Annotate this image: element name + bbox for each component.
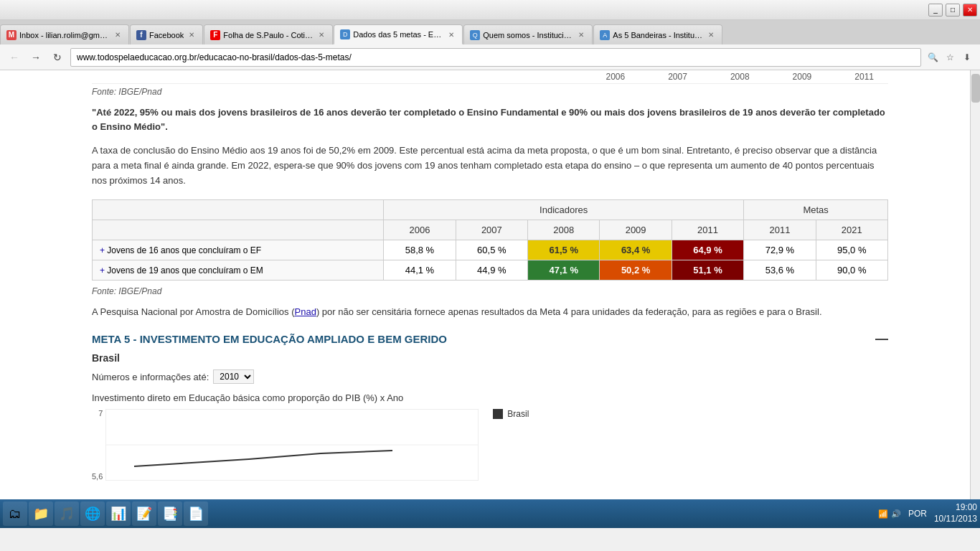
word-icon: 📝 bbox=[136, 506, 152, 522]
address-input[interactable] bbox=[70, 48, 921, 67]
ef-expand-link[interactable]: + bbox=[100, 245, 105, 255]
maximize-button[interactable]: □ bbox=[946, 4, 960, 17]
close-button[interactable]: ✕ bbox=[963, 4, 977, 17]
ef-meta-2021: 95,0 % bbox=[816, 240, 887, 260]
tab-facebook-label: Facebook bbox=[149, 31, 184, 39]
tab-folha-close[interactable]: ✕ bbox=[316, 30, 326, 40]
table-row-ef: + Jovens de 16 anos que concluíram o EF … bbox=[93, 240, 888, 260]
year-2007: 2007 bbox=[668, 72, 687, 82]
meta5-filter-label: Números e informações até: bbox=[92, 372, 209, 382]
tab-gmail[interactable]: M Inbox - lilian.rolim@gmai... ✕ bbox=[0, 24, 129, 44]
reload-button[interactable]: ↻ bbox=[49, 49, 66, 66]
files-icon: 🗂 bbox=[9, 507, 22, 522]
tab-quem-label: Quem somos - Institucio... bbox=[483, 31, 573, 39]
em-expand-link[interactable]: + bbox=[100, 265, 105, 276]
meta5-filter: Números e informações até: 2010 bbox=[92, 369, 888, 384]
tab-folha-label: Folha de S.Paulo - Cotidi... bbox=[223, 31, 314, 39]
taskbar-tray: 📶 🔊 POR 19:00 10/11/2013 bbox=[878, 502, 977, 524]
taskbar-folder-button[interactable]: 📁 bbox=[29, 501, 53, 526]
title-bar: _ □ ✕ bbox=[0, 0, 980, 20]
tab-facebook-close[interactable]: ✕ bbox=[187, 30, 197, 40]
taskbar-spreadsheet-button[interactable]: 📊 bbox=[106, 501, 131, 526]
taskbar-music-button[interactable]: 🎵 bbox=[55, 501, 79, 526]
em-2007: 44,9 % bbox=[456, 260, 527, 281]
table-col-2009: 2009 bbox=[600, 220, 672, 240]
system-clock: 19:00 10/11/2013 bbox=[934, 502, 977, 524]
chart-legend: Brasil bbox=[493, 409, 529, 422]
tab-facebook[interactable]: f Facebook ✕ bbox=[130, 24, 203, 44]
content-inner: 2006 2007 2008 2009 2011 Fonte: IBGE/Pna… bbox=[77, 70, 903, 495]
tab-folha[interactable]: F Folha de S.Paulo - Cotidi... ✕ bbox=[204, 24, 333, 44]
clock-time: 19:00 bbox=[934, 502, 977, 514]
scrollbar[interactable] bbox=[970, 70, 980, 499]
presentation-icon: 📑 bbox=[162, 506, 178, 522]
tab-quem[interactable]: Q Quem somos - Institucio... ✕ bbox=[463, 24, 593, 44]
scrollbar-thumb[interactable] bbox=[971, 74, 980, 103]
tab-gmail-close[interactable]: ✕ bbox=[113, 30, 123, 40]
ef-2011: 64,9 % bbox=[672, 240, 743, 260]
body-text: A taxa de conclusão do Ensino Médio aos … bbox=[92, 143, 888, 188]
folder-icon: 📁 bbox=[33, 506, 49, 522]
taskbar-pdf-button[interactable]: 📄 bbox=[184, 501, 208, 526]
bookmark-icon[interactable]: ☆ bbox=[943, 50, 957, 65]
quote-text: "Até 2022, 95% ou mais dos jovens brasil… bbox=[92, 105, 888, 133]
ef-2009: 63,4 % bbox=[600, 240, 672, 260]
taskbar-chrome-button[interactable]: 🌐 bbox=[80, 501, 105, 526]
chart-title: Investimento direto em Educação básica c… bbox=[92, 392, 888, 403]
taskbar-word-button[interactable]: 📝 bbox=[132, 501, 156, 526]
meta5-header: META 5 - INVESTIMENTO EM EDUCAÇÃO AMPLIA… bbox=[92, 331, 888, 347]
minimize-button[interactable]: _ bbox=[928, 4, 943, 17]
tab-bandeiras-close[interactable]: ✕ bbox=[706, 30, 716, 40]
tray-icons: 📶 🔊 bbox=[878, 509, 901, 519]
language-indicator[interactable]: POR bbox=[905, 507, 930, 520]
download-icon[interactable]: ⬇ bbox=[960, 50, 974, 65]
taskbar: 🗂 📁 🎵 🌐 📊 📝 📑 📄 📶 🔊 POR bbox=[0, 499, 980, 528]
table-col-2007: 2007 bbox=[456, 220, 527, 240]
em-2008: 47,1 % bbox=[528, 260, 600, 281]
year-2008: 2008 bbox=[730, 72, 750, 82]
meta5-collapse[interactable]: — bbox=[875, 331, 888, 347]
tab-bar: M Inbox - lilian.rolim@gmai... ✕ f Faceb… bbox=[0, 20, 980, 44]
music-icon: 🎵 bbox=[59, 506, 75, 522]
back-button[interactable]: ← bbox=[6, 49, 23, 66]
y-label-56: 5,6 bbox=[92, 472, 103, 481]
em-2006: 44,1 % bbox=[384, 260, 456, 281]
title-bar-right: _ □ ✕ bbox=[928, 4, 977, 17]
meta5-year-select[interactable]: 2010 bbox=[213, 369, 254, 384]
em-meta-2011: 53,6 % bbox=[744, 260, 816, 281]
folha-icon: F bbox=[210, 30, 220, 40]
table-meta-2021: 2021 bbox=[816, 220, 887, 240]
pnad-note: A Pesquisa Nacional por Amostra de Domic… bbox=[92, 305, 888, 320]
ef-2008: 61,5 % bbox=[528, 240, 600, 260]
network-icon: 📶 bbox=[878, 509, 888, 519]
search-icon[interactable]: 🔍 bbox=[925, 50, 940, 65]
tab-quem-close[interactable]: ✕ bbox=[576, 30, 586, 40]
forward-button[interactable]: → bbox=[27, 49, 44, 66]
tab-dados-close[interactable]: ✕ bbox=[446, 29, 456, 39]
data-table: Indicadores Metas 2006 2007 2008 2009 20… bbox=[92, 199, 888, 281]
fonte-ibge: Fonte: IBGE/Pnad bbox=[92, 87, 888, 97]
pnad-link[interactable]: Pnad bbox=[295, 306, 316, 317]
legend-brasil-label: Brasil bbox=[507, 409, 529, 419]
row-ef-label: + Jovens de 16 anos que concluíram o EF bbox=[93, 240, 384, 260]
chart-area: Investimento direto em Educação básica c… bbox=[92, 392, 888, 481]
facebook-icon: f bbox=[136, 30, 146, 40]
taskbar-presentation-button[interactable]: 📑 bbox=[158, 501, 182, 526]
row-em-label: + Jovens de 19 anos que concluíram o EM bbox=[93, 260, 384, 281]
table-col-2006: 2006 bbox=[384, 220, 456, 240]
tab-dados[interactable]: D Dados das 5 metas - Educ... ✕ bbox=[334, 24, 463, 44]
address-bar: ← → ↻ 🔍 ☆ ⬇ bbox=[0, 44, 980, 70]
tab-bandeiras[interactable]: A As 5 Bandeiras - Instituc... ✕ bbox=[593, 24, 722, 44]
chart-container: 7 5,6 Brasi bbox=[92, 409, 888, 481]
year-2006: 2006 bbox=[606, 72, 625, 82]
spreadsheet-icon: 📊 bbox=[110, 506, 126, 522]
taskbar-files-button[interactable]: 🗂 bbox=[3, 501, 27, 526]
pdf-icon: 📄 bbox=[188, 506, 204, 522]
tab-bandeiras-label: As 5 Bandeiras - Instituc... bbox=[613, 31, 703, 39]
table-col-2008: 2008 bbox=[528, 220, 600, 240]
tab-gmail-label: Inbox - lilian.rolim@gmai... bbox=[19, 31, 110, 39]
table-row-em: + Jovens de 19 anos que concluíram o EM … bbox=[93, 260, 888, 281]
year-2009: 2009 bbox=[793, 72, 812, 82]
legend-brasil-box bbox=[493, 409, 503, 419]
quem-icon: Q bbox=[470, 30, 480, 40]
